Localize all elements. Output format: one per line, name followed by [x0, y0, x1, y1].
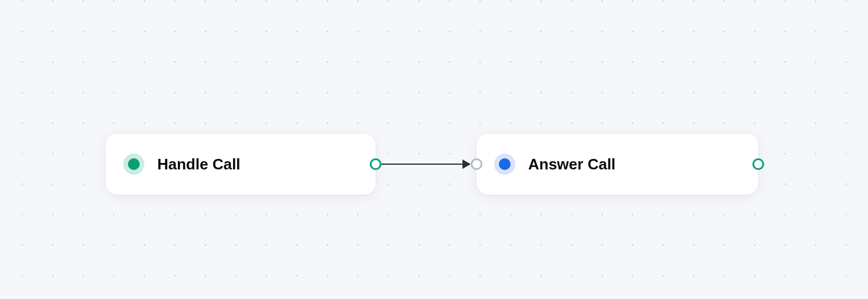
status-dot-icon	[128, 158, 140, 170]
edge-arrowhead-icon	[462, 159, 471, 169]
flow-canvas[interactable]: Handle Call Answer Call	[0, 0, 868, 299]
node-label: Handle Call	[157, 155, 241, 174]
node-handle-call[interactable]: Handle Call	[106, 134, 376, 195]
output-port[interactable]	[752, 158, 764, 170]
output-port[interactable]	[370, 158, 381, 170]
node-status-indicator	[494, 154, 515, 175]
node-label: Answer Call	[528, 155, 616, 174]
status-dot-icon	[499, 158, 511, 170]
node-status-indicator	[123, 154, 144, 175]
node-answer-call[interactable]: Answer Call	[477, 134, 758, 195]
input-port[interactable]	[471, 158, 482, 170]
